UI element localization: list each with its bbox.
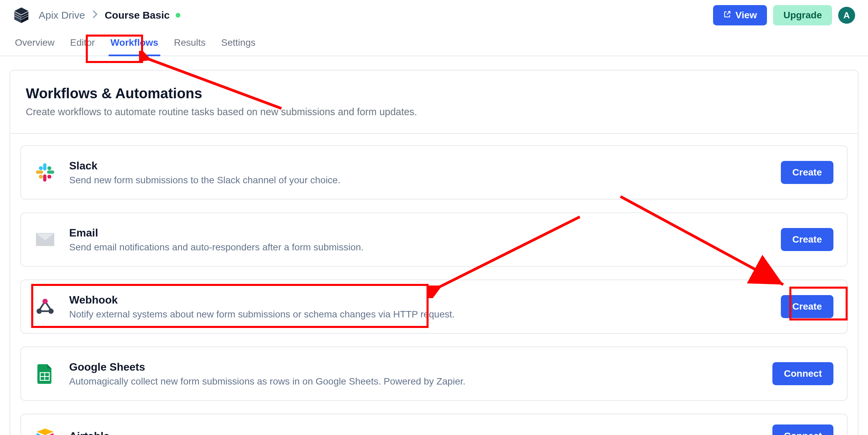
breadcrumb: Apix Drive Course Basic [39,9,180,21]
breadcrumb-root[interactable]: Apix Drive [39,9,85,21]
slack-icon [35,162,56,183]
workflow-desc: Send new form submissions to the Slack c… [69,175,767,186]
workflow-title: Airtable [69,430,759,435]
workflows-panel: Workflows & Automations Create workflows… [9,70,859,435]
workflow-title: Google Sheets [69,361,759,373]
workflow-title: Webhook [69,294,767,306]
workflow-title: Email [69,227,767,239]
page-subtitle: Create workflows to automate routine tas… [26,106,842,118]
create-email-button[interactable]: Create [781,228,833,251]
workflow-card-email: Email Send email notifications and auto-… [20,212,848,267]
app-logo-icon [13,7,30,24]
button-label: Create [792,301,822,312]
workflow-card-webhook: Webhook Notify external systems about ne… [20,279,848,334]
svg-rect-9 [43,174,46,182]
chevron-right-icon [92,9,98,21]
upgrade-button-label: Upgrade [783,10,822,21]
view-button-label: View [735,10,757,21]
svg-point-11 [39,166,43,170]
webhook-icon [35,296,56,317]
upgrade-button[interactable]: Upgrade [773,5,832,25]
svg-rect-8 [36,170,43,174]
tab-workflows[interactable]: Workflows [108,31,160,56]
avatar[interactable]: A [838,7,855,24]
external-link-icon [723,10,731,21]
workflow-card-list: Slack Send new form submissions to the S… [10,145,858,435]
workflow-desc: Send email notifications and auto-respon… [69,242,767,253]
button-label: Create [792,234,822,245]
button-label: Connect [784,368,822,379]
workflow-card-slack: Slack Send new form submissions to the S… [20,145,848,200]
button-label: Create [792,167,822,178]
page-title: Workflows & Automations [26,85,842,102]
view-button[interactable]: View [713,5,767,25]
google-sheets-icon [35,363,56,384]
workflow-card-gsheets: Google Sheets Automagically collect new … [20,347,848,401]
svg-point-14 [47,175,52,179]
create-webhook-button[interactable]: Create [781,295,833,318]
tab-overview[interactable]: Overview [13,31,57,56]
svg-point-12 [47,166,52,170]
avatar-letter: A [844,10,850,21]
tab-editor[interactable]: Editor [68,31,97,56]
airtable-icon [35,426,56,435]
svg-rect-10 [47,170,54,174]
create-slack-button[interactable]: Create [781,161,833,184]
connect-airtable-button[interactable]: Connect [772,424,833,435]
top-bar: Apix Drive Course Basic View Upgrade A [0,0,868,30]
breadcrumb-current[interactable]: Course Basic [105,9,170,21]
status-dot-icon [176,13,180,18]
svg-rect-7 [43,163,46,170]
workflow-title: Slack [69,160,767,172]
svg-point-13 [39,175,43,179]
connect-gsheets-button[interactable]: Connect [772,362,833,385]
tab-settings[interactable]: Settings [219,31,257,56]
workflow-card-airtable: Airtable Connect [20,414,848,435]
divider [10,133,858,134]
tab-results[interactable]: Results [172,31,208,56]
svg-point-17 [37,309,42,314]
svg-point-18 [48,309,54,314]
tab-nav: Overview Editor Workflows Results Settin… [0,30,868,56]
svg-marker-22 [37,429,54,435]
email-icon [35,229,56,250]
workflow-desc: Notify external systems about new form s… [69,309,767,320]
workflow-desc: Automagically collect new form submissio… [69,376,759,387]
button-label: Connect [784,431,822,435]
